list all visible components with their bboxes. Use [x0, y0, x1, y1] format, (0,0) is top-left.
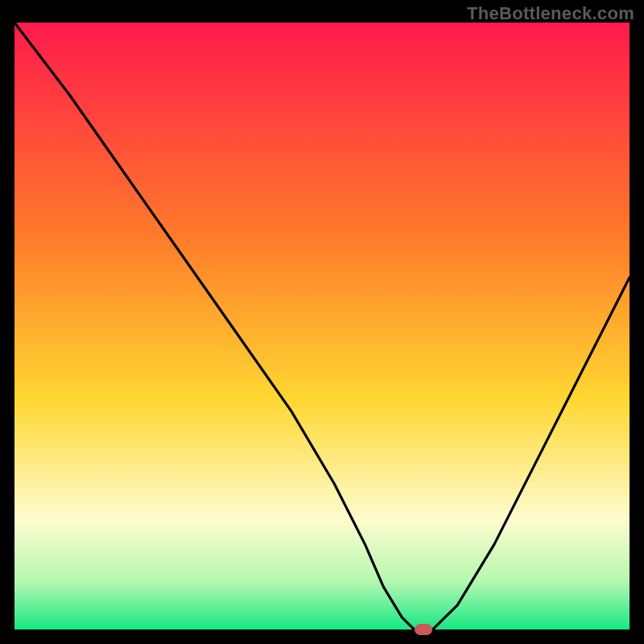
- watermark-text: TheBottleneck.com: [467, 3, 634, 24]
- gradient-background: [14, 23, 630, 630]
- chart-svg: [14, 23, 630, 630]
- plot-area: [14, 23, 630, 630]
- optimum-marker: [415, 624, 432, 635]
- chart-frame: TheBottleneck.com: [0, 0, 644, 644]
